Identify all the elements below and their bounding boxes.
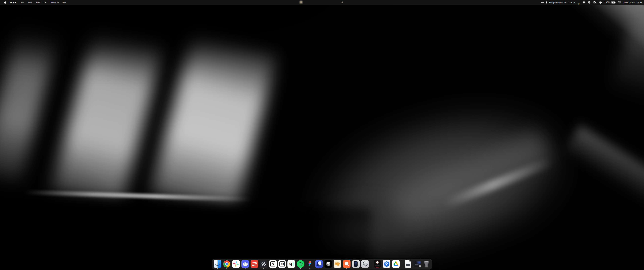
control-center-icon (618, 1, 621, 4)
running-indicator (300, 268, 301, 269)
granola-cursor-bar (580, 3, 580, 5)
dock-item-chrome[interactable] (223, 260, 230, 269)
linear-icon (260, 260, 268, 268)
menu-bar-left: Finder File Edit View Go Window Help (0, 0, 69, 5)
dock-area: N 10 g (0, 259, 644, 269)
granola-menu-item[interactable]: g (578, 0, 580, 5)
onepassword-menu-item[interactable] (599, 0, 602, 5)
raycast-diamond (376, 261, 379, 264)
spotify-icon (297, 260, 304, 268)
dock-item-cursor[interactable] (324, 260, 332, 269)
dock-item-notion[interactable]: N (269, 260, 277, 269)
menu-file[interactable]: File (18, 0, 26, 5)
screenshot-thumbnail: 11 (414, 261, 421, 267)
dock-item-postman[interactable] (343, 260, 350, 269)
menu-view[interactable]: View (34, 0, 42, 5)
menu-bar-status: Dar jantar do Chico · in 2m g (541, 0, 644, 5)
apple-icon (4, 1, 6, 4)
dock-item-document[interactable] (404, 260, 412, 269)
dock-item-spotify[interactable] (297, 260, 304, 269)
overflow-menu-item[interactable] (541, 0, 544, 5)
dock-divider (402, 260, 402, 268)
signal-bars-icon[interactable] (341, 0, 343, 5)
cursor-app-menu-item[interactable] (588, 0, 591, 5)
control-center-menu-item[interactable] (618, 0, 621, 5)
dock-item-simulator[interactable] (352, 260, 360, 269)
trash-icon (422, 260, 430, 268)
dock-item-discord[interactable] (241, 260, 249, 269)
elephant-db-icon (334, 260, 341, 268)
dock-item-granola[interactable]: g (288, 260, 295, 269)
running-indicator (217, 268, 218, 269)
calendar-badge: 11 (419, 265, 421, 267)
dock-item-todoist[interactable] (250, 260, 258, 269)
google-drive-icon (392, 260, 400, 268)
running-indicator (346, 268, 347, 269)
1password-icon (599, 1, 602, 4)
running-indicator (226, 268, 227, 269)
dock-item-screenshot-stack[interactable]: 11 (414, 260, 421, 269)
running-indicator (319, 268, 319, 269)
running-indicator (310, 268, 310, 269)
dock-panel: N 10 g (212, 259, 432, 269)
system-settings-icon (361, 260, 369, 268)
simulator-icon (352, 260, 360, 268)
cursor-app-icon (324, 260, 332, 268)
event-marker-icon (546, 1, 547, 4)
figma-icon (306, 260, 314, 268)
raycast-icon: raycast (374, 260, 381, 268)
display-mirroring-icon (593, 1, 596, 4)
raycast-label: raycast (374, 264, 381, 266)
menubar-time: 17:58 (636, 1, 642, 4)
wallpaper-vignette (0, 0, 644, 270)
screen-studio-icon (315, 260, 323, 268)
reminder-menu-item[interactable]: Dar jantar do Chico · in 2m (546, 0, 575, 5)
todoist-icon (250, 260, 258, 268)
menu-window[interactable]: Window (49, 0, 60, 5)
granola-glyph: g (578, 2, 580, 5)
slack-icon (232, 260, 240, 268)
notion-calendar-icon: 10 (278, 260, 286, 268)
dock-item-figma[interactable] (306, 260, 314, 269)
dock-item-1password[interactable] (383, 260, 390, 269)
menu-help[interactable]: Help (60, 0, 69, 5)
notion-icon: N (269, 260, 277, 268)
dock-item-finder[interactable] (214, 260, 221, 269)
finder-icon (214, 260, 221, 268)
chrome-icon (223, 260, 230, 268)
running-indicator (282, 268, 282, 269)
notion-calendar-glyph: 10 (281, 262, 284, 265)
overflow-dots-icon (541, 2, 544, 3)
dock-item-linear[interactable] (260, 260, 268, 269)
dock-item-postico[interactable] (334, 260, 341, 269)
battery-percent: 100% (604, 1, 610, 4)
display-menu-item[interactable] (593, 0, 596, 5)
dock-item-google-drive[interactable] (392, 260, 400, 269)
granola-icon: g (288, 260, 295, 268)
running-indicator (263, 268, 264, 269)
menu-go[interactable]: Go (42, 0, 49, 5)
menubar-camera-avatar[interactable] (299, 1, 303, 4)
document-file-icon (404, 260, 412, 268)
bloom-flower-menu-item[interactable] (582, 0, 586, 5)
notion-glyph: N (272, 262, 274, 266)
menubar-clock[interactable]: Mon 10 Mar 17:58 (624, 0, 642, 5)
menu-app-name[interactable]: Finder (8, 0, 18, 5)
dock-item-system-settings[interactable] (361, 260, 369, 269)
battery-menu-item[interactable]: 100% (604, 0, 616, 5)
running-indicator (272, 268, 273, 269)
dock-item-notion-calendar[interactable]: 10 (278, 260, 286, 269)
dock-item-raycast[interactable]: raycast (374, 260, 381, 269)
apple-menu[interactable] (3, 0, 8, 5)
dock-item-slack[interactable] (232, 260, 240, 269)
battery-charging-icon (611, 1, 616, 4)
raycast-red-arc (375, 266, 380, 267)
reminder-text: Dar jantar do Chico · in 2m (549, 1, 575, 4)
dock-item-trash[interactable] (422, 260, 430, 269)
dock-item-screen-studio[interactable] (315, 260, 323, 269)
menu-bar: Finder File Edit View Go Window Help Dar… (0, 0, 644, 5)
postman-icon (343, 260, 350, 268)
cursor-pointer-icon (588, 1, 591, 4)
menu-edit[interactable]: Edit (26, 0, 34, 5)
1password-dock-icon (383, 260, 390, 268)
